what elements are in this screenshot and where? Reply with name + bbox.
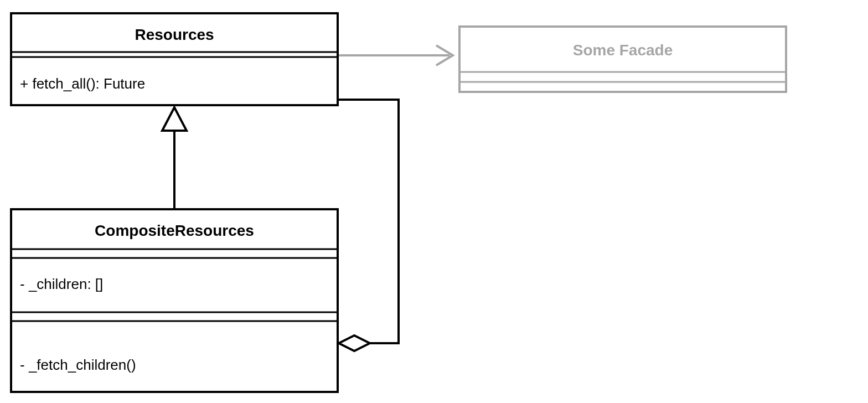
class-composite-resources-title: CompositeResources (95, 222, 254, 239)
class-resources-title: Resources (135, 26, 214, 43)
class-resources-method-0: + fetch_all(): Future (20, 75, 145, 92)
svg-marker-2 (162, 107, 187, 131)
generalization-arrow (162, 107, 187, 208)
class-some-facade: Some Facade (459, 27, 786, 92)
aggregation-connector (339, 100, 399, 351)
uml-class-diagram: Resources + fetch_all(): Future Some Fac… (0, 0, 868, 403)
dependency-arrow (339, 45, 453, 65)
class-composite-resources: CompositeResources - _children: [] - _fe… (11, 209, 338, 392)
aggregation-diamond (339, 335, 370, 351)
class-resources: Resources + fetch_all(): Future (11, 13, 338, 105)
class-composite-resources-method-0: - _fetch_children() (20, 356, 136, 373)
class-some-facade-title: Some Facade (573, 42, 673, 59)
class-composite-resources-attr-0: - _children: [] (20, 276, 103, 292)
